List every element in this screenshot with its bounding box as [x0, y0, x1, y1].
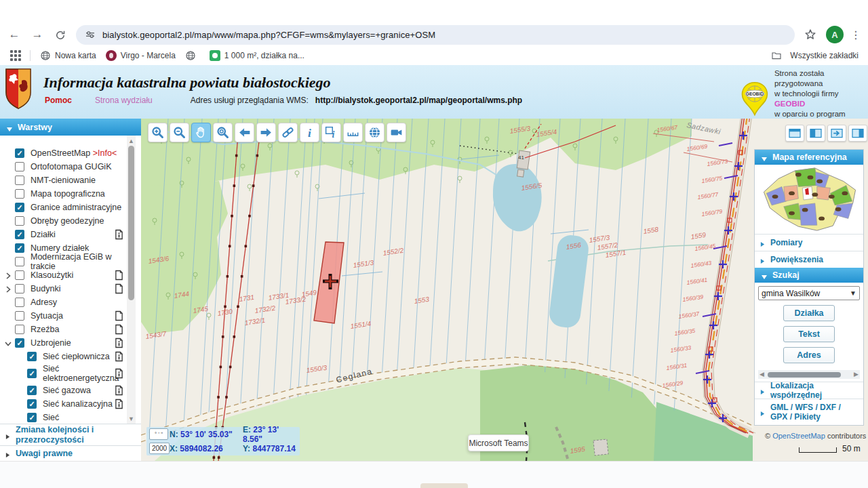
bookmark-item[interactable]: Virgo - Marcela — [106, 50, 176, 61]
layer-metadata-icon[interactable] — [115, 385, 123, 396]
globe-tool-button[interactable] — [365, 123, 384, 142]
layer-checkbox[interactable] — [15, 270, 24, 280]
layer-metadata-icon[interactable] — [115, 229, 123, 240]
site-settings-icon[interactable] — [84, 28, 96, 41]
browser-menu-icon[interactable]: ⋮ — [850, 28, 861, 41]
link-button[interactable] — [278, 123, 298, 142]
reference-map-header[interactable]: Mapa referencyjna — [755, 150, 863, 165]
layer-checkbox[interactable]: ✓ — [27, 369, 37, 378]
search-header[interactable]: Szukaj — [755, 268, 863, 283]
gmina-select[interactable]: gmina Wasilków ▼ — [758, 286, 860, 300]
browser-back-button[interactable]: ← — [5, 26, 23, 43]
info-select-button[interactable]: i — [321, 123, 341, 142]
address-bar[interactable]: bialystok.geoportal2.pl/map/www/mapa.php… — [76, 25, 795, 45]
layer-checkbox[interactable]: ✓ — [15, 243, 24, 253]
layer-checkbox[interactable] — [15, 216, 24, 226]
layer-row[interactable]: Adresy — [0, 296, 126, 309]
layer-row[interactable]: ✓OpenStreetMap >Info< — [0, 146, 126, 160]
panel-right-button[interactable] — [848, 125, 867, 142]
layer-row[interactable]: ✓Sieć — [0, 411, 126, 424]
search-tekst-button[interactable]: Tekst — [783, 326, 835, 342]
layer-checkbox[interactable] — [15, 176, 24, 185]
layer-checkbox[interactable] — [15, 162, 24, 171]
layer-checkbox[interactable]: ✓ — [15, 230, 24, 239]
bookmark-star-icon[interactable] — [803, 27, 818, 42]
chevron-right-icon[interactable] — [5, 272, 12, 279]
layer-checkbox[interactable] — [15, 284, 24, 293]
camera-button[interactable] — [387, 123, 406, 142]
section-powiekszenia[interactable]: Powiększenia — [755, 251, 863, 268]
horizontal-scrollbar[interactable]: ◀ ▶ — [758, 370, 860, 379]
bookmark-item[interactable]: Nowa karta — [40, 50, 96, 61]
back-button[interactable] — [235, 123, 254, 142]
dms-toggle-button[interactable]: ° ' " — [149, 428, 168, 440]
layer-checkbox[interactable] — [15, 189, 24, 199]
zoom-box-button[interactable] — [213, 123, 233, 142]
chevron-down-icon[interactable] — [5, 340, 12, 346]
layer-row[interactable]: Rzeźba — [0, 323, 126, 336]
layer-row[interactable]: ✓Granice administracyjne — [0, 201, 126, 214]
scroll-right-icon[interactable]: ▶ — [854, 371, 859, 378]
layer-row[interactable]: Modernizacja EGiB w trakcie — [0, 255, 126, 268]
layer-row[interactable]: NMT-cieniowanie — [0, 174, 126, 187]
layer-row[interactable]: ✓Działki — [0, 228, 126, 241]
search-dziaka-button[interactable]: Działka — [783, 305, 835, 321]
layer-checkbox[interactable]: ✓ — [27, 352, 37, 361]
pan-button[interactable] — [191, 123, 211, 142]
section-gml-export[interactable]: GML / WFS / DXF / GPX / Pikiety — [755, 399, 863, 425]
scroll-up-icon[interactable]: ▲ — [127, 136, 136, 145]
department-link[interactable]: Strona wydziału — [95, 96, 153, 105]
browser-avatar[interactable]: A — [826, 26, 844, 43]
layers-panel-header[interactable]: Warstwy — [0, 119, 141, 136]
layer-row[interactable]: ✓Sieć elektroenergetyczna — [0, 363, 126, 384]
layer-metadata-icon[interactable] — [115, 368, 123, 379]
forward-button[interactable] — [256, 123, 276, 142]
osm-link[interactable]: OpenStreetMap — [772, 432, 825, 440]
layer-order-link[interactable]: Zmiana kolejności i przezroczystości — [0, 424, 141, 446]
panel-collapse-button[interactable] — [827, 125, 846, 142]
layer-row[interactable]: ✓Uzbrojenie — [0, 336, 126, 350]
layer-checkbox[interactable] — [15, 298, 24, 307]
layer-metadata-icon[interactable] — [115, 399, 123, 409]
zoom-out-button[interactable] — [170, 123, 189, 142]
sidebar-scrollbar[interactable]: ▲ ▼ — [127, 136, 136, 424]
bookmark-item[interactable] — [185, 50, 200, 61]
layer-legend-icon[interactable] — [115, 270, 123, 281]
layer-row[interactable]: Klasoużytki — [0, 268, 126, 282]
reference-minimap[interactable] — [755, 165, 863, 234]
apps-grid-icon[interactable] — [9, 49, 22, 62]
scrollbar-thumb[interactable] — [128, 146, 134, 300]
layer-row[interactable]: Budynki — [0, 282, 126, 296]
layer-checkbox[interactable]: ✓ — [15, 338, 24, 348]
layer-checkbox[interactable] — [15, 311, 24, 321]
all-bookmarks-button[interactable]: Wszystkie zakładki — [771, 50, 859, 61]
panel-window-button[interactable] — [785, 125, 804, 142]
browser-reload-button[interactable] — [52, 25, 69, 44]
search-adres-button[interactable]: Adres — [783, 347, 835, 363]
layer-row[interactable]: ✓Sieć kanalizacyjna — [0, 397, 126, 411]
legal-notes-link[interactable]: Uwagi prawne — [0, 445, 141, 462]
info-button[interactable]: i — [300, 123, 319, 142]
section-pomiary[interactable]: Pomiary — [755, 234, 863, 251]
layer-row[interactable]: Ortofotomapa GUGiK — [0, 160, 126, 174]
layer-row[interactable]: Obręby geodezyjne — [0, 214, 126, 228]
help-link[interactable]: Pomoc — [45, 96, 72, 105]
layer-legend-icon[interactable] — [115, 283, 123, 294]
scroll-left-icon[interactable]: ◀ — [760, 371, 764, 378]
bookmark-item[interactable]: 1 000 m², działka na... — [210, 50, 304, 61]
layer-info-link[interactable]: >Info< — [93, 148, 117, 158]
layer-metadata-icon[interactable] — [115, 351, 123, 362]
measure-button[interactable] — [343, 123, 363, 142]
scrollbar-thumb[interactable] — [768, 372, 841, 378]
zoom-in-button[interactable] — [148, 123, 167, 142]
layer-checkbox[interactable]: ✓ — [15, 148, 24, 158]
layer-checkbox[interactable]: ✓ — [27, 399, 37, 409]
layer-checkbox[interactable]: ✓ — [27, 386, 37, 395]
layer-row[interactable]: ✓Sieć gazowa — [0, 384, 126, 397]
layer-legend-icon[interactable] — [115, 310, 123, 321]
scroll-down-icon[interactable]: ▼ — [127, 414, 136, 423]
layer-row[interactable]: Sytuacja — [0, 309, 126, 323]
layer-checkbox[interactable] — [15, 325, 24, 334]
layer-row[interactable]: ✓Sieć ciepłownicza — [0, 350, 126, 363]
browser-forward-button[interactable]: → — [28, 26, 46, 43]
